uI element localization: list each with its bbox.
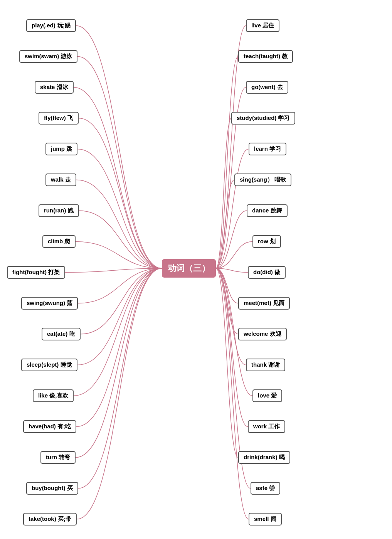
word-node-n14: have(had) 有;吃	[23, 420, 76, 433]
word-node-r5: learn 学习	[249, 143, 286, 155]
word-node-n8: climb 爬	[42, 235, 76, 248]
word-node-n4: fly(flew) 飞	[39, 112, 79, 125]
word-node-r13: love 爱	[252, 389, 282, 402]
word-node-n9: fight(fought) 打架	[7, 266, 65, 279]
word-node-r10: meet(met) 见面	[238, 297, 290, 310]
word-node-r9: do(did) 做	[248, 266, 286, 279]
word-node-r17: smell 闻	[249, 513, 282, 526]
word-node-n6: walk 走	[45, 173, 76, 186]
word-node-r14: work 工作	[248, 420, 285, 433]
word-node-n5: jump 跳	[45, 143, 77, 155]
center-node: 动词（三）	[162, 259, 216, 278]
word-node-n7: run(ran) 跑	[39, 204, 79, 217]
word-node-r15: drink(drank) 喝	[238, 451, 290, 464]
word-node-n16: buy(bought) 买	[26, 482, 78, 495]
word-node-r8: row 划	[252, 235, 281, 248]
word-node-n12: sleep(slept) 睡觉	[21, 359, 77, 371]
word-node-n11: eat(ate) 吃	[42, 328, 81, 340]
word-node-r16: aste 尝	[251, 482, 280, 495]
word-node-r1: live 居住	[246, 19, 279, 32]
word-node-r6: sing(sang） 唱歌	[234, 173, 291, 186]
word-node-r2: teach(taught) 教	[238, 50, 293, 63]
word-node-r12: thank 谢谢	[246, 359, 285, 371]
word-node-n2: swim(swam) 游泳	[19, 50, 77, 63]
word-node-r3: go(went) 去	[246, 81, 288, 94]
word-node-r7: dance 跳舞	[247, 204, 288, 217]
word-node-r4: study(studied) 学习	[231, 112, 295, 125]
word-node-n10: swing(swung) 荡	[21, 297, 78, 310]
word-node-n17: take(took) 买;带	[23, 513, 77, 526]
word-node-n15: turn 转弯	[40, 451, 76, 464]
word-node-n3: skate 滑冰	[35, 81, 74, 94]
word-node-n13: like 像,喜欢	[33, 389, 74, 402]
word-node-r11: welcome 欢迎	[238, 328, 287, 340]
word-node-n1: play(.ed) 玩;踢	[26, 19, 76, 32]
